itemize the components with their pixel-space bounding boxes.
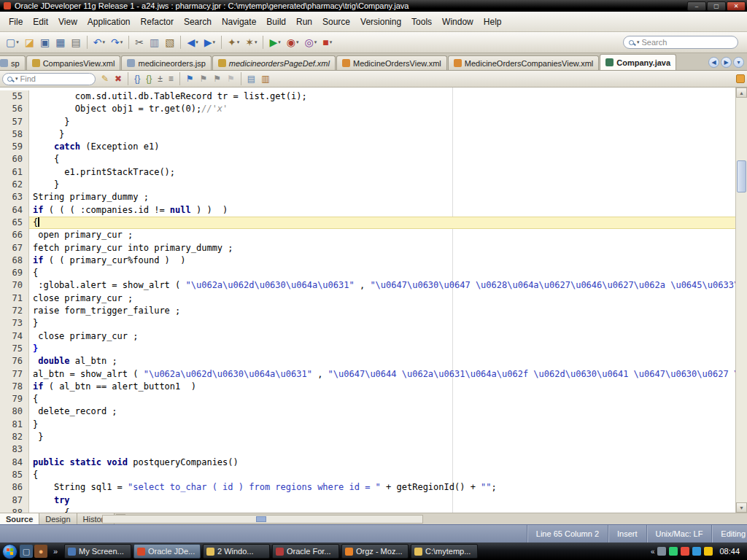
task-button-2-windo[interactable]: 2 Windo... [203, 544, 270, 559]
code-line-76[interactable]: 76 double al_btn ; [0, 355, 735, 368]
maximize-button[interactable]: ▢ [707, 1, 726, 11]
make-button[interactable]: ✦▾ [225, 34, 241, 50]
code-line-86[interactable]: 86 String sql1 = "select to_char ( id ) … [0, 481, 735, 494]
open-file-button[interactable]: ◪ [23, 34, 36, 50]
quick-launch-browser-icon[interactable]: ● [34, 545, 47, 558]
code-line-68[interactable]: 68if ( ( primary_cur%found ) ) [0, 254, 735, 267]
debug-button[interactable]: ◉▾ [285, 34, 301, 50]
run-button[interactable]: ▶▾ [267, 34, 282, 50]
find-options-caret-icon[interactable]: ▾ [15, 76, 18, 82]
task-button-my-screen[interactable]: My Screen... [64, 544, 131, 559]
start-button[interactable] [2, 544, 18, 559]
menu-edit[interactable]: Edit [28, 14, 53, 30]
save-button[interactable]: ▣ [38, 34, 52, 50]
tab-medicineorderspagedef-xml[interactable]: medicineordersPageDef.xml [212, 55, 336, 70]
remove-bookmarks-button[interactable]: ⚑ [225, 72, 237, 86]
tray-icon-5[interactable] [704, 547, 713, 556]
menu-search[interactable]: Search [179, 14, 217, 30]
menu-versioning[interactable]: Versioning [355, 14, 406, 30]
tab-company-java[interactable]: Company.java [600, 54, 676, 70]
task-button-oracle-for[interactable]: Oracle For... [272, 544, 339, 559]
search-options-caret-icon[interactable]: ▾ [637, 39, 640, 45]
code-line-73[interactable]: 73} [0, 317, 735, 330]
tab-companiesview-xml[interactable]: CompaniesView.xml [26, 55, 121, 70]
task-button-c-mytemp[interactable]: C:\mytemp... [411, 544, 478, 559]
paste-button[interactable]: ▧ [163, 34, 177, 50]
search-input[interactable] [642, 38, 732, 47]
code-line-57[interactable]: 57 } [0, 116, 735, 128]
menu-application[interactable]: Application [82, 14, 136, 30]
toggle-bookmark-button[interactable]: ⚑ [184, 72, 196, 86]
code-line-81[interactable]: 81} [0, 419, 735, 431]
quick-launch-overflow-icon[interactable]: » [49, 545, 62, 558]
code-line-55[interactable]: 55 com.sd.util.db.TableRecord tr = list.… [0, 90, 735, 103]
forward-button[interactable]: ▶▾ [202, 34, 217, 50]
code-line-80[interactable]: 80 delete_record ; [0, 405, 735, 418]
minimize-button[interactable]: – [687, 1, 706, 11]
menu-help[interactable]: Help [479, 14, 507, 30]
scroll-up-arrow-icon[interactable]: ▲ [736, 88, 747, 98]
scroll-down-arrow-icon[interactable]: ▼ [736, 502, 747, 513]
code-line-60[interactable]: 60 { [0, 153, 735, 166]
code-line-74[interactable]: 74 close primary_cur ; [0, 330, 735, 343]
tab-medicineorders-jsp[interactable]: medicineorders.jsp [121, 55, 211, 70]
code-line-78[interactable]: 78if ( al_btn == alert_button1 ) [0, 381, 735, 393]
code-line-58[interactable]: 58 } [0, 128, 735, 141]
find-input[interactable] [20, 74, 90, 83]
clear-highlight-button[interactable]: ✖ [112, 72, 124, 86]
code-line-61[interactable]: 61 e1.printStackTrace(); [0, 166, 735, 179]
menu-run[interactable]: Run [291, 14, 317, 30]
menu-source[interactable]: Source [317, 14, 355, 30]
bottom-tab-design[interactable]: Design [39, 513, 77, 524]
code-line-64[interactable]: 64if ( ( ( :companies.id != null ) ) ) [0, 204, 735, 217]
code-line-56[interactable]: 56 Object obj1 = tr.get(0);//'x' [0, 103, 735, 115]
code-folding-button[interactable]: ± [155, 72, 165, 86]
compare-file-button[interactable]: ▤ [245, 72, 258, 86]
menu-navigate[interactable]: Navigate [217, 14, 261, 30]
quick-launch-desktop-icon[interactable]: ▢ [20, 545, 33, 558]
previous-bookmark-button[interactable]: ⚑ [211, 72, 223, 86]
horizontal-scrollbar[interactable] [102, 515, 423, 524]
rebuild-button[interactable]: ✶▾ [243, 34, 259, 50]
code-line-72[interactable]: 72raise form_trigger_failure ; [0, 305, 735, 317]
scroll-tabs-right-icon[interactable]: ▶ [721, 57, 732, 68]
vertical-scrollbar-thumb[interactable] [737, 160, 746, 192]
tab-medicineordersview-xml[interactable]: MedicineOrdersView.xml [336, 55, 447, 70]
code-line-79[interactable]: 79{ [0, 393, 735, 405]
quick-outline-button[interactable]: ≡ [166, 72, 176, 86]
code-line-77[interactable]: 77al_btn = show_alrt ( "\u062a\u062d\u06… [0, 368, 735, 381]
tray-icon-2[interactable] [669, 547, 678, 556]
undo-button[interactable]: ↶▾ [91, 34, 107, 50]
code-line-70[interactable]: 70 :global.alert = show_alrt ( "\u062a\u… [0, 279, 735, 292]
file-history-button[interactable]: ▥ [259, 72, 271, 86]
tray-icon-4[interactable] [692, 547, 701, 556]
tab-medicineorderscompaniesview-xml[interactable]: MedicineOrdersCompaniesView.xml [448, 55, 599, 70]
code-line-59[interactable]: 59 catch (Exception e1) [0, 141, 735, 153]
code-line-62[interactable]: 62 } [0, 179, 735, 191]
taskbar-clock[interactable]: 08:44 [716, 547, 745, 556]
tray-icon-3[interactable] [681, 547, 689, 556]
menu-file[interactable]: File [4, 14, 28, 30]
task-button-oracle-jde[interactable]: Oracle JDe... [133, 544, 201, 559]
scroll-tabs-left-icon[interactable]: ◀ [708, 57, 719, 68]
surround-with-button[interactable]: {} [144, 72, 154, 86]
code-line-69[interactable]: 69{ [0, 267, 735, 279]
new-file-button[interactable]: ▢▾ [4, 34, 21, 50]
tray-expand-icon[interactable]: « [651, 548, 655, 556]
code-line-66[interactable]: 66 open primary_cur ; [0, 229, 735, 241]
code-line-84[interactable]: 84public static void postqueryCompanies(… [0, 456, 735, 469]
copy-button[interactable]: ▥ [147, 34, 161, 50]
highlight-usages-button[interactable]: ✎ [99, 72, 111, 86]
menu-window[interactable]: Window [437, 14, 479, 30]
tab-list-icon[interactable]: ▾ [733, 57, 744, 68]
code-area[interactable]: 55 com.sd.util.db.TableRecord tr = list.… [0, 90, 735, 513]
vertical-scrollbar[interactable]: ▲ ▼ [735, 88, 747, 513]
close-button[interactable]: ✕ [727, 1, 746, 11]
back-button[interactable]: ◀▾ [185, 34, 200, 50]
next-bookmark-button[interactable]: ⚑ [198, 72, 210, 86]
code-line-83[interactable]: 83 [0, 443, 735, 456]
code-line-75[interactable]: 75} [0, 343, 735, 355]
code-line-63[interactable]: 63String primary_dummy ; [0, 191, 735, 203]
print-button[interactable]: ▤ [69, 34, 82, 50]
menu-build[interactable]: Build [261, 14, 291, 30]
